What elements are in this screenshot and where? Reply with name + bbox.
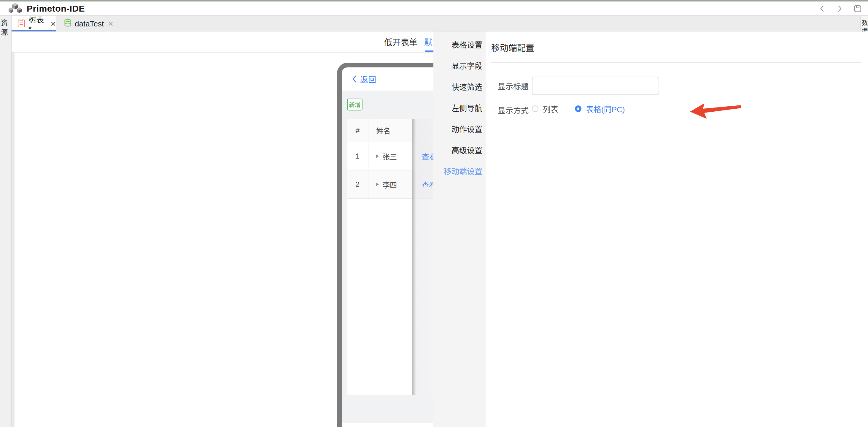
subtab-default-view[interactable]: 默 (424, 31, 433, 52)
column-gap (412, 119, 416, 142)
drawer-menu-item[interactable]: 快速筛选 (433, 76, 486, 97)
back-button[interactable]: 返回 (352, 73, 376, 85)
drawer-menu-item[interactable]: 高级设置 (433, 139, 486, 160)
expand-caret-icon[interactable] (376, 154, 379, 158)
editor-tab-bar: 树表* × dataTest × (11, 16, 860, 31)
row-name: 李四 (383, 179, 397, 190)
drawer-menu-item[interactable]: 显示字段 (433, 55, 486, 76)
mobile-config-panel: 移动端配置 显示标题 显示方式 列表 表格(同PC) (486, 31, 868, 427)
database-icon (64, 19, 71, 29)
drawer-menu-item[interactable]: 表格设置 (433, 34, 486, 55)
expand-caret-icon[interactable] (376, 182, 379, 186)
resource-rail-label[interactable]: 资源 (2, 19, 9, 38)
panel-title: 移动端配置 (491, 41, 534, 53)
close-tab-icon[interactable]: × (108, 19, 113, 28)
subtab-lowcode-form[interactable]: 低开表单 (384, 31, 417, 52)
column-header-name: 姓名 (368, 119, 412, 142)
annotation-arrow-icon (687, 101, 743, 123)
display-title-input[interactable] (532, 77, 659, 95)
row-name: 张三 (383, 151, 397, 162)
radio-list-label[interactable]: 列表 (543, 103, 558, 114)
settings-drawer: 表格设置显示字段快速筛选左侧导航动作设置高级设置移动端设置 移动端配置 显示标题… (433, 31, 868, 427)
back-label: 返回 (360, 73, 376, 85)
row-name-cell: 张三 (368, 142, 412, 170)
tab-label: 树表* (29, 13, 46, 34)
title-bar: Primeton-IDE (0, 1, 868, 16)
row-index-cell: 2 (347, 170, 368, 199)
tab-label: dataTest (75, 19, 104, 29)
form-icon (18, 19, 25, 29)
display-title-label: 显示标题 (498, 81, 529, 91)
drawer-menu-item[interactable]: 左侧导航 (433, 97, 486, 118)
radio-list-unselected[interactable] (532, 106, 538, 112)
history-forward-icon[interactable] (836, 4, 844, 13)
radio-table-selected[interactable] (575, 106, 582, 112)
column-gap (412, 142, 416, 170)
row-index-cell: 1 (347, 142, 368, 170)
radio-table-label[interactable]: 表格(同PC) (586, 103, 625, 114)
drawer-menu-item[interactable]: 移动端设置 (433, 160, 486, 181)
panel-divider (491, 62, 861, 63)
active-subtab-underline (425, 51, 433, 52)
settings-menu: 表格设置显示字段快速筛选左侧导航动作设置高级设置移动端设置 (433, 31, 486, 427)
chevron-left-icon (352, 75, 356, 83)
history-back-icon[interactable] (818, 4, 826, 13)
primeton-ide-window: Primeton-IDE 资源 (0, 0, 868, 427)
primeton-logo-icon (8, 2, 22, 15)
form-view-tab-row: 低开表单 默 (11, 31, 433, 53)
close-tab-icon[interactable]: × (51, 19, 56, 28)
add-row-button[interactable]: 新增 (347, 98, 363, 111)
app-title: Primeton-IDE (27, 4, 85, 13)
save-icon[interactable] (854, 4, 862, 13)
tab-data-test[interactable]: dataTest × (56, 16, 108, 31)
left-resource-rail: 资源 (0, 16, 11, 427)
drawer-menu-item[interactable]: 动作设置 (433, 118, 486, 139)
display-mode-label: 显示方式 (498, 105, 529, 115)
column-header-index: # (347, 119, 368, 142)
tab-tree-table[interactable]: 树表* × (11, 16, 56, 31)
display-mode-radio-group: 列表 表格(同PC) (532, 102, 625, 115)
row-name-cell: 李四 (368, 170, 412, 199)
column-gap (412, 170, 416, 199)
canvas-left-edge (11, 53, 14, 427)
